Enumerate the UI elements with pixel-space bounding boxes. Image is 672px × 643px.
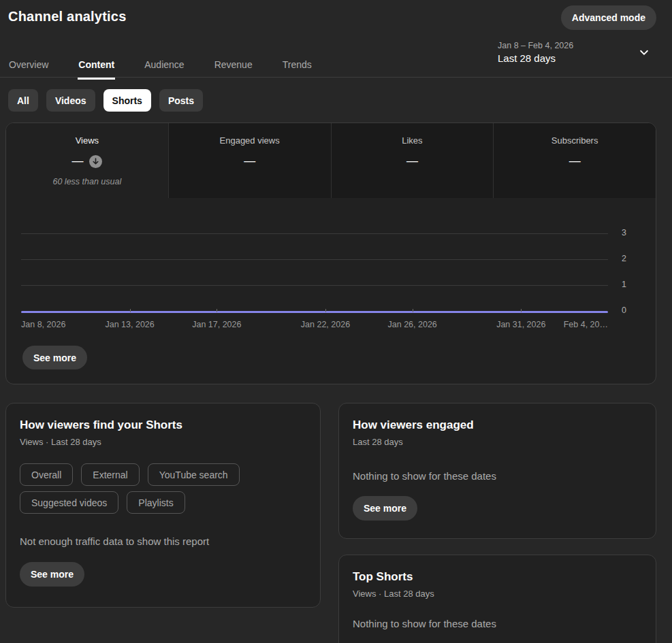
x-axis-tick-mark bbox=[217, 309, 217, 312]
x-axis-tick-label: Feb 4, 20… bbox=[564, 320, 608, 329]
metric-tabs: Views — 60 less than usual Engaged views… bbox=[6, 123, 656, 198]
metric-note: 60 less than usual bbox=[52, 177, 121, 186]
metric-label: Subscribers bbox=[551, 135, 598, 146]
page-title: Channel analytics bbox=[8, 9, 126, 24]
metric-value: — bbox=[71, 154, 83, 168]
content-filter-chips: All Videos Shorts Posts bbox=[8, 89, 203, 112]
traffic-chip-external[interactable]: External bbox=[81, 463, 139, 486]
engagement-card: How viewers engaged Last 28 days Nothing… bbox=[338, 403, 656, 539]
gridline bbox=[21, 285, 608, 286]
metric-tab-views[interactable]: Views — 60 less than usual bbox=[6, 123, 168, 198]
chart-see-more-button[interactable]: See more bbox=[22, 346, 87, 369]
metric-tab-subscribers[interactable]: Subscribers — bbox=[493, 123, 656, 198]
tabs-divider bbox=[0, 77, 672, 78]
tab-revenue[interactable]: Revenue bbox=[214, 51, 253, 78]
advanced-mode-button[interactable]: Advanced mode bbox=[561, 5, 656, 30]
tab-audience[interactable]: Audience bbox=[144, 51, 185, 78]
analytics-panel: Views — 60 less than usual Engaged views… bbox=[5, 122, 656, 384]
chevron-down-icon bbox=[638, 46, 650, 59]
date-range-picker[interactable]: Jan 8 – Feb 4, 2026 Last 28 days bbox=[498, 37, 656, 68]
empty-state-text: Not enough traffic data to show this rep… bbox=[20, 535, 306, 547]
engagement-see-more-button[interactable]: See more bbox=[353, 496, 417, 521]
card-subtitle: Last 28 days bbox=[353, 437, 642, 447]
card-title: How viewers find your Shorts bbox=[20, 418, 306, 432]
traffic-see-more-button[interactable]: See more bbox=[20, 562, 84, 587]
traffic-chip-youtube-search[interactable]: YouTube search bbox=[148, 463, 240, 486]
tab-content[interactable]: Content bbox=[78, 51, 115, 78]
metric-value: — bbox=[569, 154, 581, 168]
date-range-label: Last 28 days bbox=[498, 52, 573, 64]
x-axis-tick-mark bbox=[325, 309, 326, 312]
top-shorts-card: Top Shorts Views · Last 28 days Nothing … bbox=[338, 555, 656, 643]
card-title: Top Shorts bbox=[353, 570, 642, 584]
metric-value: — bbox=[244, 154, 255, 168]
tab-trends[interactable]: Trends bbox=[282, 51, 313, 78]
traffic-source-chips: Overall External YouTube search Suggeste… bbox=[20, 463, 306, 514]
y-axis-tick-label: 3 bbox=[622, 228, 638, 237]
filter-chip-shorts[interactable]: Shorts bbox=[103, 89, 151, 112]
empty-state-text: Nothing to show for these dates bbox=[353, 618, 642, 629]
traffic-chip-playlists[interactable]: Playlists bbox=[127, 491, 185, 514]
card-subtitle: Views · Last 28 days bbox=[20, 437, 306, 447]
traffic-chip-suggested-videos[interactable]: Suggested videos bbox=[20, 491, 118, 514]
x-axis-tick-mark bbox=[130, 309, 131, 312]
x-axis-tick-mark bbox=[413, 309, 413, 312]
x-axis-tick-label: Jan 31, 2026 bbox=[496, 320, 545, 329]
card-title: How viewers engaged bbox=[353, 418, 642, 432]
x-axis-tick-label: Jan 26, 2026 bbox=[388, 320, 437, 329]
empty-state-text: Nothing to show for these dates bbox=[353, 470, 642, 482]
traffic-sources-card: How viewers find your Shorts Views · Las… bbox=[5, 403, 321, 608]
traffic-chip-overall[interactable]: Overall bbox=[20, 463, 73, 486]
tab-overview[interactable]: Overview bbox=[8, 51, 49, 78]
card-subtitle: Views · Last 28 days bbox=[353, 589, 642, 599]
metric-tab-likes[interactable]: Likes — bbox=[331, 123, 494, 198]
x-axis-tick-mark bbox=[521, 309, 522, 312]
x-axis-tick-label: Jan 17, 2026 bbox=[192, 320, 241, 329]
metric-label: Likes bbox=[402, 135, 422, 146]
analytics-tabs: Overview Content Audience Revenue Trends bbox=[8, 51, 313, 78]
y-axis-tick-label: 0 bbox=[622, 306, 638, 315]
x-axis-tick-label: Jan 22, 2026 bbox=[301, 320, 350, 329]
metric-tab-engaged-views[interactable]: Engaged views — bbox=[168, 123, 331, 198]
filter-chip-videos[interactable]: Videos bbox=[46, 89, 95, 112]
y-axis-tick-label: 2 bbox=[622, 254, 638, 263]
y-axis-tick-label: 1 bbox=[622, 280, 638, 289]
metric-value: — bbox=[406, 154, 418, 168]
x-axis-tick-label: Jan 13, 2026 bbox=[105, 320, 154, 329]
series-line-views bbox=[21, 311, 608, 313]
filter-chip-posts[interactable]: Posts bbox=[159, 89, 203, 112]
date-range-text: Jan 8 – Feb 4, 2026 bbox=[498, 41, 573, 50]
views-line-chart: 3210Jan 8, 2026Jan 13, 2026Jan 17, 2026J… bbox=[6, 198, 656, 384]
gridline bbox=[21, 233, 608, 234]
gridline bbox=[21, 259, 608, 260]
metric-label: Views bbox=[76, 135, 99, 146]
filter-chip-all[interactable]: All bbox=[8, 89, 38, 112]
x-axis-tick-label: Jan 8, 2026 bbox=[21, 320, 65, 329]
metric-label: Engaged views bbox=[220, 135, 280, 146]
arrow-down-circle-icon bbox=[89, 155, 102, 168]
